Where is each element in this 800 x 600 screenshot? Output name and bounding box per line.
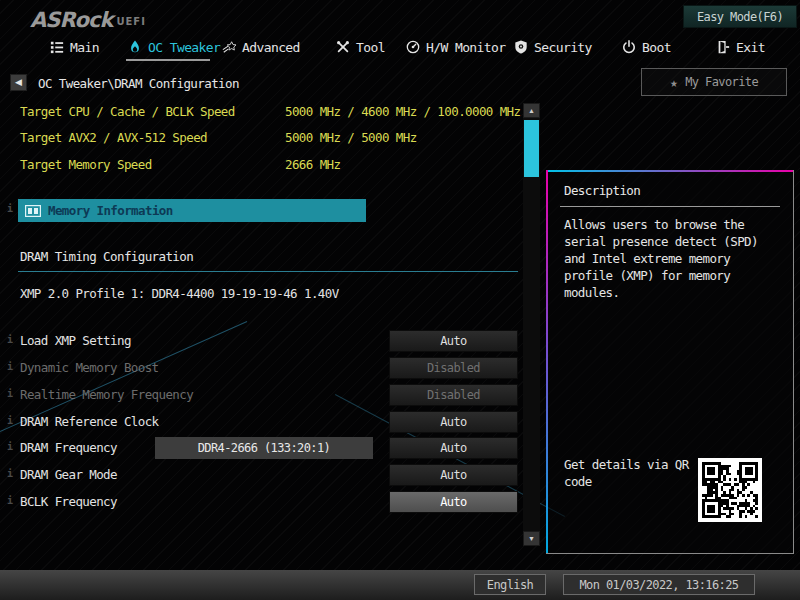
tab-label: Security — [534, 40, 592, 55]
info-marker-icon: i — [7, 388, 12, 399]
scrollbar[interactable]: ▲ ▼ — [523, 103, 540, 546]
breadcrumb: OC Tweaker\DRAM Configuration — [38, 76, 239, 91]
tab-label: Tool — [356, 40, 385, 55]
tab-label: Exit — [736, 40, 765, 55]
tab-label: Main — [70, 40, 99, 55]
info-row-label: Target CPU / Cache / BCLK Speed — [20, 104, 235, 119]
setting-label: BCLK Frequency — [20, 494, 117, 509]
exit-door-icon — [716, 40, 730, 54]
setting-value-button[interactable]: Auto — [389, 491, 518, 513]
description-panel: Description Allows users to browse the s… — [546, 170, 794, 554]
star-icon: ★ — [670, 75, 677, 90]
setting-label: DRAM Reference Clock — [20, 414, 159, 429]
gauge-icon — [406, 40, 420, 54]
tab-boot[interactable]: Boot — [622, 36, 671, 58]
shield-icon — [514, 40, 528, 54]
info-marker-icon: i — [7, 468, 12, 479]
power-icon — [622, 40, 636, 54]
wrench-icon — [336, 40, 350, 54]
dimm-icon — [25, 205, 41, 217]
setting-row-dram-gear-mode: i DRAM Gear Mode Auto — [0, 464, 520, 486]
setting-row-dram-frequency: i DRAM Frequency DDR4-2666 (133:20:1) Au… — [0, 437, 520, 459]
panel-gradient-border — [546, 170, 548, 553]
memory-information-item[interactable]: Memory Information — [18, 199, 366, 222]
panel-gradient-border — [546, 170, 793, 172]
qr-label: Get details via QR code — [564, 456, 694, 490]
setting-label: Dynamic Memory Boost — [20, 360, 159, 375]
footer-bar: English Mon 01/03/2022, 13:16:25 — [0, 570, 800, 600]
info-marker-icon: i — [7, 334, 12, 345]
tab-label: H/W Monitor — [426, 40, 506, 55]
my-favorite-label: My Favorite — [685, 75, 758, 89]
tab-exit[interactable]: Exit — [716, 36, 765, 58]
description-body: Allows users to browse the serial presen… — [564, 216, 772, 301]
info-row-value: 5000 MHz / 4600 MHz / 100.0000 MHz — [285, 104, 520, 119]
description-divider — [560, 206, 780, 207]
logo-uefi-text: UEFI — [116, 16, 146, 27]
shooting-star-icon — [222, 40, 236, 54]
my-favorite-button[interactable]: ★ My Favorite — [641, 68, 787, 96]
memory-information-label: Memory Information — [48, 203, 173, 218]
info-marker-icon: i — [7, 361, 12, 372]
scroll-down-button[interactable]: ▼ — [523, 531, 540, 546]
section-title: DRAM Timing Configuration — [20, 249, 193, 264]
dram-frequency-readout: DDR4-2666 (133:20:1) — [155, 437, 373, 459]
tab-security[interactable]: Security — [514, 36, 592, 58]
flame-icon — [128, 40, 142, 54]
active-tab-underline — [126, 59, 210, 61]
info-row-label: Target Memory Speed — [20, 157, 152, 172]
setting-label: DRAM Frequency — [20, 440, 117, 455]
section-divider — [18, 271, 518, 272]
info-marker-icon: i — [7, 441, 12, 452]
datetime-display: Mon 01/03/2022, 13:16:25 — [563, 574, 755, 595]
qr-code — [698, 458, 762, 522]
info-marker-icon: i — [7, 203, 12, 214]
logo-text: ASRock — [30, 8, 112, 32]
description-title: Description — [564, 183, 640, 198]
language-button[interactable]: English — [474, 574, 546, 595]
info-row-value: 5000 MHz / 5000 MHz — [285, 130, 417, 145]
setting-value-button[interactable]: Auto — [389, 464, 518, 486]
setting-value-button: Disabled — [389, 357, 518, 379]
info-row-label: Target AVX2 / AVX-512 Speed — [20, 130, 207, 145]
tab-tool[interactable]: Tool — [336, 36, 385, 58]
easy-mode-button[interactable]: Easy Mode(F6) — [683, 5, 797, 28]
tab-hw-monitor[interactable]: H/W Monitor — [406, 36, 506, 58]
tab-oc-tweaker[interactable]: OC Tweaker — [128, 36, 220, 58]
setting-label: DRAM Gear Mode — [20, 467, 117, 482]
setting-value-button: Disabled — [389, 384, 518, 406]
info-row-value: 2666 MHz — [285, 157, 340, 172]
back-button[interactable]: ◀ — [10, 74, 27, 91]
tab-label: Advanced — [242, 40, 300, 55]
setting-row-realtime-memory-frequency: i Realtime Memory Frequency Disabled — [0, 384, 520, 406]
tab-label: Boot — [642, 40, 671, 55]
uefi-screen: ASRockUEFI Easy Mode(F6) Main OC Tweaker… — [0, 0, 800, 600]
list-icon — [50, 40, 64, 54]
setting-value-button[interactable]: Auto — [389, 330, 518, 352]
setting-row-dram-reference-clock: i DRAM Reference Clock Auto — [0, 411, 520, 433]
asrock-logo: ASRockUEFI — [30, 8, 146, 32]
xmp-profile-text: XMP 2.0 Profile 1: DDR4-4400 19-19-19-46… — [20, 286, 339, 301]
tab-label: OC Tweaker — [148, 40, 220, 55]
tab-main[interactable]: Main — [50, 36, 99, 58]
setting-label: Realtime Memory Frequency — [20, 387, 193, 402]
setting-label: Load XMP Setting — [20, 333, 131, 348]
setting-row-dynamic-memory-boost: i Dynamic Memory Boost Disabled — [0, 357, 520, 379]
setting-value-button[interactable]: Auto — [389, 437, 518, 459]
info-marker-icon: i — [7, 415, 12, 426]
setting-row-bclk-frequency: i BCLK Frequency Auto — [0, 491, 520, 513]
scroll-up-button[interactable]: ▲ — [523, 103, 540, 118]
tab-advanced[interactable]: Advanced — [222, 36, 300, 58]
info-marker-icon: i — [7, 495, 12, 506]
setting-value-button[interactable]: Auto — [389, 411, 518, 433]
setting-row-load-xmp: i Load XMP Setting Auto — [0, 330, 520, 352]
scrollbar-thumb[interactable] — [524, 120, 539, 177]
